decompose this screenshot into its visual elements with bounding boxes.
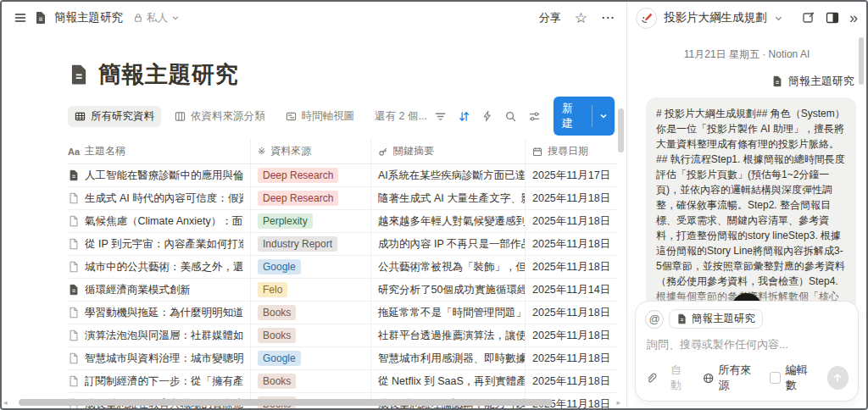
- lightning-icon[interactable]: [481, 110, 493, 122]
- auto-mode-label[interactable]: 自動: [670, 363, 691, 393]
- row-date[interactable]: 2025年11月18日: [532, 329, 610, 343]
- row-summary[interactable]: AI系統在某些疾病診斷方面已達到或超: [378, 169, 526, 183]
- scroll-left-arrow-icon[interactable]: ◂: [3, 399, 8, 406]
- page-title[interactable]: 簡報主題研究: [98, 59, 238, 90]
- row-title[interactable]: 演算法泡泡與同溫層：社群媒體如何形塑: [85, 329, 243, 343]
- row-title[interactable]: 訂閱制經濟的下一步：從「擁有產品」到: [85, 374, 243, 389]
- row-date[interactable]: 2025年11月18日: [532, 191, 610, 206]
- calendar-icon: [532, 147, 542, 157]
- table-row[interactable]: 學習動機與拖延：為什麼明明知道要讀Books拖延常常不是「時間管理問題」，而20…: [68, 302, 617, 324]
- row-date[interactable]: 2025年11月17日: [532, 169, 610, 183]
- horizontal-scrollbar[interactable]: ◂ ▸: [8, 399, 615, 406]
- edit-checkbox[interactable]: [770, 372, 781, 384]
- table-row[interactable]: 人工智能在醫療診斷中的應用與倫理考量Deep ResearchAI系統在某些疾病…: [68, 164, 617, 187]
- column-header-summary[interactable]: 關鍵摘要: [371, 139, 526, 163]
- row-title[interactable]: 城市中的公共藝術：美感之外，還能改變: [85, 260, 243, 274]
- view-tab-by-source[interactable]: 依資料來源分類: [168, 106, 272, 127]
- source-tag[interactable]: Perplexity: [258, 213, 313, 230]
- ai-thread-title[interactable]: 投影片大綱生成規劃: [664, 10, 767, 25]
- row-date[interactable]: 2025年11月18日: [532, 352, 610, 366]
- add-context-at-icon[interactable]: @: [645, 310, 664, 329]
- collapse-panel-icon[interactable]: »: [849, 10, 858, 25]
- attachment-paperclip-icon[interactable]: [645, 371, 659, 385]
- sort-icon[interactable]: [458, 110, 470, 123]
- select-property-icon: ※: [258, 146, 265, 157]
- doc-outline-icon: [68, 261, 80, 273]
- row-title[interactable]: 從 IP 到元宇宙：內容產業如何打造跨媒體: [85, 237, 243, 252]
- chevron-down-icon[interactable]: [774, 14, 783, 23]
- search-icon[interactable]: [504, 110, 517, 123]
- panel-vertical-scrollbar[interactable]: [859, 37, 864, 85]
- new-chat-compose-icon[interactable]: [802, 11, 815, 25]
- row-title[interactable]: 人工智能在醫療診斷中的應用與倫理考量: [85, 169, 243, 183]
- row-date[interactable]: 2025年11月18日: [532, 374, 610, 389]
- table-row[interactable]: 訂閱制經濟的下一步：從「擁有產品」到Books從 Netflix 到 SaaS，…: [68, 370, 617, 393]
- row-date[interactable]: 2025年11月18日: [532, 306, 610, 320]
- source-tag[interactable]: Industry Report: [258, 236, 337, 252]
- table-row[interactable]: 循環經濟商業模式創新Felo研究分析了50個成功實施循環經濟模2025年11月1…: [68, 279, 617, 302]
- row-date[interactable]: 2025年11月18日: [532, 214, 610, 229]
- ai-input-card: @ 簡報主題研究 詢問、搜尋或製作任何內容... 自動 所有來源 編輯: [635, 301, 859, 402]
- scroll-right-arrow-icon[interactable]: ▸: [616, 399, 620, 406]
- table-row[interactable]: 從 IP 到元宇宙：內容產業如何打造跨媒體Industry Report成功的內…: [68, 233, 617, 256]
- row-title[interactable]: 生成式 AI 時代的內容可信度：假資訊、深: [85, 191, 243, 206]
- row-title[interactable]: 學習動機與拖延：為什麼明明知道要讀: [85, 306, 243, 320]
- star-icon[interactable]: ☆: [575, 11, 587, 25]
- column-header-date[interactable]: 搜尋日期: [526, 139, 617, 163]
- row-date[interactable]: 2025年11月18日: [532, 260, 610, 274]
- new-button[interactable]: 新建: [554, 97, 615, 136]
- source-tag[interactable]: Google: [258, 351, 301, 367]
- row-summary[interactable]: 研究分析了50個成功實施循環經濟模: [378, 283, 526, 297]
- view-tab-more[interactable]: 還有 2 個...: [368, 106, 434, 127]
- new-button-chevron-icon[interactable]: [592, 105, 615, 127]
- row-title[interactable]: 循環經濟商業模式創新: [85, 283, 191, 297]
- table-row[interactable]: 城市中的公共藝術：美感之外，還能改變Google公共藝術常被視為「裝飾」，但實際…: [68, 256, 617, 279]
- table-row[interactable]: 智慧城市與資料治理：城市變聰明了，市Google智慧城市利用感測器、即時數據與 …: [68, 347, 617, 370]
- row-date[interactable]: 2025年11月18日: [532, 237, 610, 252]
- share-button[interactable]: 分享: [539, 10, 561, 25]
- panel-toggle-icon[interactable]: [826, 11, 839, 25]
- source-tag[interactable]: Google: [258, 259, 301, 275]
- main-vertical-scrollbar[interactable]: [618, 108, 624, 152]
- privacy-control[interactable]: 私人: [133, 11, 180, 25]
- hamburger-menu-icon[interactable]: [14, 11, 27, 25]
- row-summary[interactable]: 拖延常常不是「時間管理問題」，而: [378, 306, 526, 320]
- table-row[interactable]: 演算法泡泡與同溫層：社群媒體如何形塑Books社群平台透過推薦演算法，讓使用者2…: [68, 324, 617, 347]
- row-summary[interactable]: 智慧城市利用感測器、即時數據與 AI: [378, 352, 526, 366]
- view-tab-label: 時間軸視圖: [302, 109, 355, 124]
- user-context-message[interactable]: 簡報主題研究: [627, 74, 866, 89]
- source-tag[interactable]: Deep Research: [258, 168, 338, 184]
- table-body: 人工智能在醫療診斷中的應用與倫理考量Deep ResearchAI系統在某些疾病…: [68, 164, 617, 410]
- source-tag[interactable]: Books: [258, 328, 296, 344]
- source-tag[interactable]: Deep Research: [258, 191, 338, 207]
- row-summary[interactable]: 公共藝術常被視為「裝飾」，但實際: [378, 260, 526, 274]
- settings-sliders-icon[interactable]: [528, 110, 541, 123]
- send-button[interactable]: [827, 366, 849, 390]
- all-sources-selector[interactable]: 所有來源: [703, 363, 758, 393]
- ai-prompt-input[interactable]: 詢問、搜尋或製作任何內容...: [647, 337, 847, 352]
- row-date[interactable]: 2025年11月14日: [532, 283, 610, 297]
- view-tab-timeline[interactable]: 時間軸視圖: [279, 106, 362, 127]
- column-header-title[interactable]: Aa 主題名稱: [68, 139, 251, 163]
- row-title[interactable]: 氣候焦慮（Climate Anxiety）：面對環境: [85, 214, 243, 229]
- row-summary[interactable]: 從 Netflix 到 SaaS，再到實體產品訂閱: [378, 374, 526, 389]
- more-options-icon[interactable]: ⋯: [601, 11, 615, 25]
- context-chip[interactable]: 簡報主題研究: [669, 309, 763, 329]
- horizontal-scrollbar-thumb[interactable]: [19, 399, 553, 406]
- row-summary[interactable]: 成功的內容 IP 不再只是一部作品，而: [378, 237, 526, 252]
- row-summary[interactable]: 越來越多年輕人對氣候變遷感到焦慮: [378, 214, 526, 229]
- column-header-source[interactable]: ※ 資料來源: [251, 139, 371, 163]
- source-tag[interactable]: Books: [258, 305, 296, 321]
- breadcrumb-page-title[interactable]: 簡報主題研究: [54, 10, 123, 25]
- globe-icon: [703, 372, 715, 385]
- table-row[interactable]: 生成式 AI 時代的內容可信度：假資訊、深Deep Research隨著生成式 …: [68, 187, 617, 210]
- view-tab-all-research[interactable]: 所有研究資料: [68, 106, 161, 127]
- row-summary[interactable]: 社群平台透過推薦演算法，讓使用者: [378, 329, 526, 343]
- source-tag[interactable]: Felo: [258, 282, 287, 298]
- row-summary[interactable]: 隨著生成式 AI 大量生產文字、影像與: [378, 191, 526, 206]
- filter-icon[interactable]: [434, 110, 447, 123]
- privacy-label: 私人: [147, 11, 168, 25]
- row-title[interactable]: 智慧城市與資料治理：城市變聰明了，市: [85, 352, 243, 366]
- source-tag[interactable]: Books: [258, 374, 296, 390]
- table-row[interactable]: 氣候焦慮（Climate Anxiety）：面對環境Perplexity越來越多…: [68, 210, 617, 233]
